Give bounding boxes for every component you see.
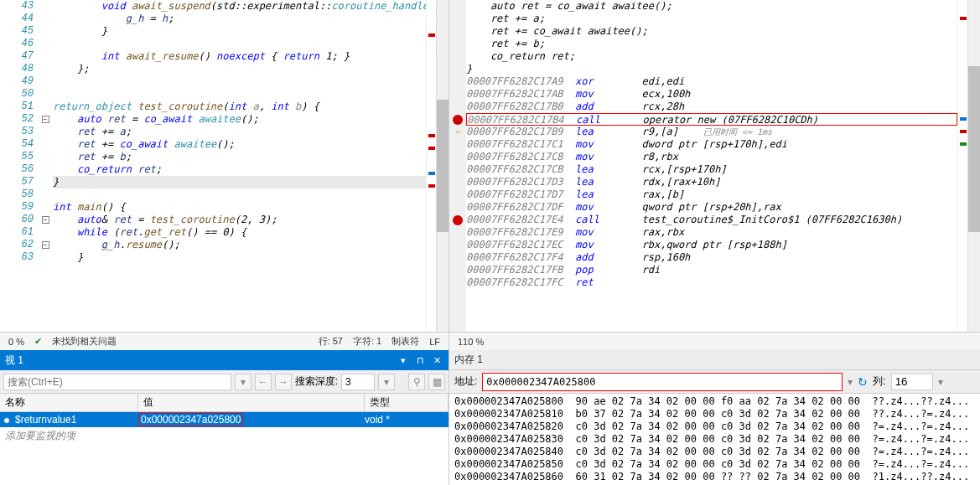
vertical-scrollbar[interactable] [967,0,980,332]
watch-toolbar: ▾ ← → 搜索深度: ▾ ⚲ ▦ [0,370,449,394]
close-icon[interactable]: ✕ [430,353,443,367]
watch-table-header: 名称 值 类型 [0,394,449,412]
columns-icon[interactable]: ▦ [428,374,445,390]
bullet-icon [3,417,10,424]
address-input[interactable] [482,373,843,391]
memory-toolbar: 地址: ▾ ↻ 列: ▾ [449,370,980,394]
col-type-header[interactable]: 类型 [365,394,449,411]
pin-icon[interactable]: ⊓ [413,353,427,367]
dropdown-icon[interactable]: ▾ [397,353,410,367]
depth-label: 搜索深度: [295,374,338,389]
next-button[interactable]: → [275,374,292,390]
memory-panel: 内存 1 地址: ▾ ↻ 列: ▾ 0x000002347A025800 90 … [449,350,980,485]
var-type: void * [365,414,449,426]
addr-dropdown-icon[interactable]: ▾ [848,376,853,388]
fold-column[interactable]: −−− [38,0,53,332]
col-name-header[interactable]: 名称 [0,394,138,411]
code-lines[interactable]: void await_suspend(std::experimental::co… [53,0,426,332]
col-value-header[interactable]: 值 [138,394,365,411]
watch-panel-header[interactable]: 视 1 ▾ ⊓ ✕ [0,350,449,370]
vertical-scrollbar[interactable] [436,0,449,332]
cols-label: 列: [873,374,885,389]
line-ending: LF [429,337,440,347]
marker-strip [426,0,436,332]
check-icon: ✔ [34,336,42,347]
prev-button[interactable]: ← [255,374,272,390]
var-name: $returnvalue1 [15,414,76,426]
depth-dropdown-icon[interactable]: ▾ [378,374,395,390]
watch-row[interactable]: $returnvalue1 0x000002347a025800 void * [0,412,449,427]
char-indicator: 字符: 1 [353,335,381,348]
search-input[interactable] [3,374,231,390]
zoom-level[interactable]: 0 % [8,337,24,347]
watch-panel: 视 1 ▾ ⊓ ✕ ▾ ← → 搜索深度: ▾ ⚲ ▦ 名称 值 类型 [0,350,449,485]
columns-input[interactable] [891,374,933,390]
add-watch-item[interactable]: 添加要监视的项 [0,427,449,445]
addr-label: 地址: [454,374,477,389]
source-code-area[interactable]: 4344454647484950515253545556575859606162… [0,0,449,332]
var-value: 0x000002347a025800 [138,413,243,426]
marker-strip [957,0,967,332]
refresh-icon[interactable]: ↻ [858,375,868,389]
disassembly-pane: ➪ auto ret = co_await awaitee(); ret += … [449,0,980,350]
breakpoint-gutter[interactable]: ➪ [449,0,466,332]
depth-select[interactable] [341,374,375,390]
memory-hex-view[interactable]: 0x000002347A025800 90 ae 02 7a 34 02 00 … [449,394,980,485]
disasm-status-bar: 110 % [449,332,980,350]
search-dropdown-icon[interactable]: ▾ [235,374,251,390]
filter-icon[interactable]: ⚲ [408,374,425,390]
disassembly-area[interactable]: ➪ auto ret = co_await awaitee(); ret += … [449,0,980,332]
watch-table-body[interactable]: $returnvalue1 0x000002347a025800 void * … [0,412,449,485]
memory-panel-header[interactable]: 内存 1 [449,350,980,370]
memory-title: 内存 1 [454,353,975,367]
cols-dropdown-icon[interactable]: ▾ [938,376,943,388]
editor-status-bar: 0 % ✔ 未找到相关问题 行: 57 字符: 1 制表符 LF [0,332,449,350]
watch-title: 视 1 [5,353,393,368]
asm-lines[interactable]: auto ret = co_await awaitee(); ret += a;… [466,0,957,332]
no-issues-label: 未找到相关问题 [52,335,117,348]
indent-mode: 制表符 [391,335,419,348]
zoom-level[interactable]: 110 % [458,337,484,347]
line-indicator: 行: 57 [319,335,343,348]
line-number-gutter: 4344454647484950515253545556575859606162… [0,0,38,332]
source-editor-pane: 4344454647484950515253545556575859606162… [0,0,449,350]
